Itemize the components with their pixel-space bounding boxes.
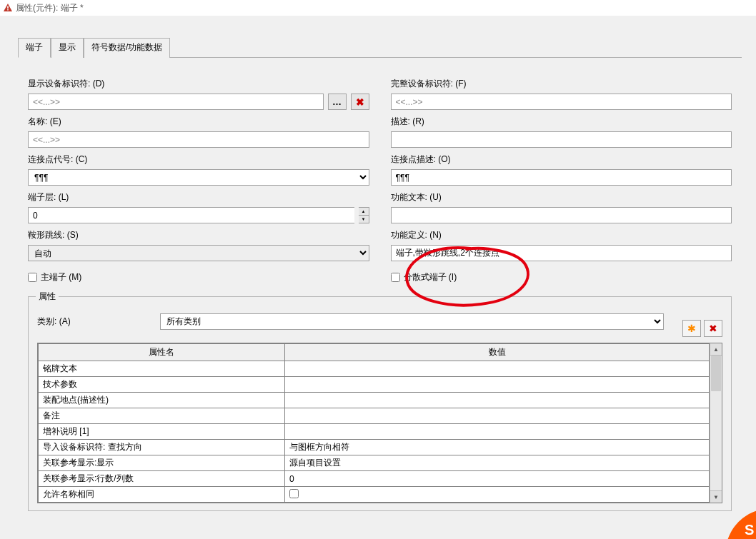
- scroll-thumb[interactable]: [711, 356, 721, 391]
- label-saddle: 鞍形跳线: (S): [28, 229, 369, 241]
- label-conn-code: 连接点代号: (C): [28, 153, 369, 166]
- table-row[interactable]: 关联参考显示:行数/列数0: [39, 471, 710, 487]
- cell-value[interactable]: [285, 424, 710, 440]
- cell-name: 关联参考显示:行数/列数: [39, 471, 285, 487]
- table-row[interactable]: 允许名称相同: [39, 487, 710, 503]
- tab-display[interactable]: 显示: [51, 38, 84, 58]
- cell-checkbox[interactable]: [289, 489, 299, 498]
- tab-symbol-data[interactable]: 符号数据/功能数据: [84, 38, 170, 58]
- svg-text:S: S: [745, 522, 754, 538]
- input-conn-desc[interactable]: [391, 169, 732, 186]
- cell-value[interactable]: 与图框方向相符: [285, 440, 710, 455]
- label-main-terminal: 主端子 (M): [41, 271, 81, 283]
- properties-table: 属性名 数值 铭牌文本技术参数装配地点(描述性)备注增补说明 [1]导入设备标识…: [38, 343, 710, 503]
- cell-value[interactable]: 源自项目设置: [285, 455, 710, 471]
- spinner-down-icon[interactable]: ▼: [359, 216, 369, 223]
- label-category: 类别: (A): [37, 316, 151, 328]
- cell-name: 允许名称相同: [39, 487, 285, 503]
- cell-name: 技术参数: [39, 377, 285, 393]
- select-saddle[interactable]: 自动: [28, 245, 369, 261]
- input-full-dt[interactable]: [391, 94, 732, 110]
- browse-button[interactable]: …: [328, 94, 347, 110]
- table-header-row: 属性名 数值: [39, 344, 710, 361]
- table-row[interactable]: 技术参数: [39, 377, 710, 393]
- checkbox-main-terminal[interactable]: [28, 273, 37, 282]
- window-title: 属性(元件): 端子 *: [16, 2, 84, 14]
- table-row[interactable]: 关联参考显示:显示源自项目设置: [39, 455, 710, 471]
- label-layer: 端子层: (L): [28, 191, 369, 203]
- checkbox-distributed-terminal[interactable]: [391, 273, 400, 282]
- properties-table-wrap: 属性名 数值 铭牌文本技术参数装配地点(描述性)备注增补说明 [1]导入设备标识…: [37, 343, 722, 503]
- scroll-down-icon[interactable]: ▼: [710, 490, 722, 503]
- spinner-up-icon[interactable]: ▲: [359, 208, 369, 216]
- col-header-value: 数值: [285, 344, 710, 361]
- cell-value[interactable]: [285, 487, 710, 503]
- tab-terminal[interactable]: 端子: [18, 38, 51, 58]
- tab-bar: 端子 显示 符号数据/功能数据: [18, 37, 742, 58]
- vertical-scrollbar[interactable]: ▲ ▼: [710, 343, 722, 503]
- scroll-up-icon[interactable]: ▲: [710, 343, 722, 356]
- cell-name: 关联参考显示:显示: [39, 455, 285, 471]
- cell-name: 增补说明 [1]: [39, 424, 285, 440]
- table-row[interactable]: 备注: [39, 408, 710, 424]
- input-name[interactable]: [28, 131, 369, 148]
- label-func-def: 功能定义: (N): [391, 229, 732, 241]
- label-func-text: 功能文本: (U): [391, 191, 732, 203]
- layer-spinner[interactable]: ▲▼: [359, 207, 369, 223]
- cell-name: 铭牌文本: [39, 361, 285, 377]
- input-func-text[interactable]: [391, 207, 732, 223]
- svg-rect-1: [7, 9, 9, 11]
- work-area: 端子 显示 符号数据/功能数据 显示设备标识符: (D) … ✖ 完整设备标识符…: [0, 16, 756, 511]
- cell-value[interactable]: [285, 408, 710, 424]
- delete-button[interactable]: ✖: [704, 320, 722, 337]
- select-category[interactable]: 所有类别: [160, 313, 664, 330]
- select-conn-code[interactable]: ¶¶¶: [28, 169, 369, 186]
- label-conn-desc: 连接点描述: (O): [391, 153, 732, 166]
- window-titlebar: 属性(元件): 端子 *: [0, 0, 756, 16]
- col-header-name: 属性名: [39, 344, 285, 361]
- label-distributed-terminal: 分散式端子 (I): [404, 271, 457, 283]
- cell-name: 导入设备标识符: 查找方向: [39, 440, 285, 455]
- table-row[interactable]: 装配地点(描述性): [39, 393, 710, 408]
- app-icon: [3, 3, 13, 13]
- input-func-def[interactable]: [391, 245, 732, 261]
- cell-value[interactable]: [285, 361, 710, 377]
- svg-rect-0: [7, 6, 9, 9]
- properties-group: 属性 类别: (A) 所有类别 ✱ ✖ 属性名 数值: [28, 296, 732, 511]
- cell-value[interactable]: [285, 377, 710, 393]
- label-display-dt: 显示设备标识符: (D): [28, 78, 369, 90]
- cell-value[interactable]: [285, 393, 710, 408]
- label-name: 名称: (E): [28, 116, 369, 128]
- table-row[interactable]: 增补说明 [1]: [39, 424, 710, 440]
- sogou-ime-icon: S: [727, 510, 756, 539]
- input-desc[interactable]: [391, 131, 732, 148]
- label-desc: 描述: (R): [391, 116, 732, 128]
- table-row[interactable]: 导入设备标识符: 查找方向与图框方向相符: [39, 440, 710, 455]
- properties-group-title: 属性: [36, 291, 59, 303]
- remove-button[interactable]: ✖: [351, 94, 369, 110]
- input-display-dt[interactable]: [28, 94, 324, 110]
- add-button[interactable]: ✱: [682, 320, 701, 337]
- cell-value[interactable]: 0: [285, 471, 710, 487]
- cell-name: 装配地点(描述性): [39, 393, 285, 408]
- label-full-dt: 完整设备标识符: (F): [391, 78, 732, 90]
- table-row[interactable]: 铭牌文本: [39, 361, 710, 377]
- input-layer[interactable]: [28, 207, 354, 223]
- cell-name: 备注: [39, 408, 285, 424]
